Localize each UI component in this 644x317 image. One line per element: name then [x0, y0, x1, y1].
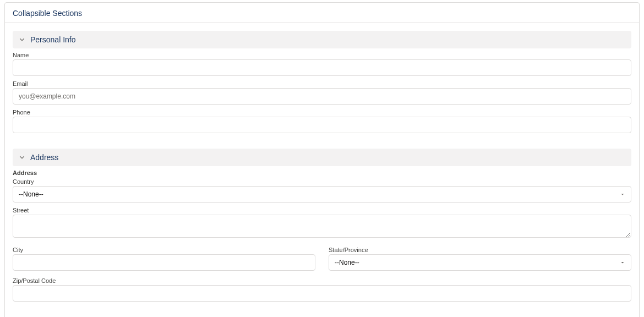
city-label: City: [13, 247, 315, 253]
country-select[interactable]: --None--: [13, 186, 631, 203]
chevron-down-icon: [18, 36, 26, 43]
section-header-personal[interactable]: Personal Info: [13, 31, 631, 48]
card-body: Personal Info Name Email Phone Address: [5, 23, 639, 317]
section-body-address: Address Country --None-- Street City: [13, 170, 631, 302]
card-title: Collapsible Sections: [13, 9, 82, 18]
state-label: State/Province: [329, 247, 631, 253]
zip-label: Zip/Postal Code: [13, 277, 631, 284]
section-title-personal: Personal Info: [30, 35, 76, 44]
phone-input[interactable]: [13, 117, 631, 133]
phone-label: Phone: [13, 109, 631, 116]
name-input[interactable]: [13, 59, 631, 76]
street-input[interactable]: [13, 215, 631, 238]
city-input[interactable]: [13, 254, 315, 271]
card-header: Collapsible Sections: [5, 3, 639, 23]
street-label: Street: [13, 207, 631, 214]
section-title-address: Address: [30, 153, 58, 162]
name-label: Name: [13, 52, 631, 58]
state-select[interactable]: --None--: [329, 254, 631, 271]
email-label: Email: [13, 80, 631, 87]
zip-input[interactable]: [13, 285, 631, 302]
card: Collapsible Sections Personal Info Name …: [4, 2, 640, 317]
email-input[interactable]: [13, 88, 631, 105]
section-header-address[interactable]: Address: [13, 149, 631, 166]
address-group-label: Address: [13, 170, 631, 176]
country-label: Country: [13, 178, 631, 185]
chevron-down-icon: [18, 154, 26, 161]
section-body-personal: Name Email Phone: [13, 52, 631, 133]
